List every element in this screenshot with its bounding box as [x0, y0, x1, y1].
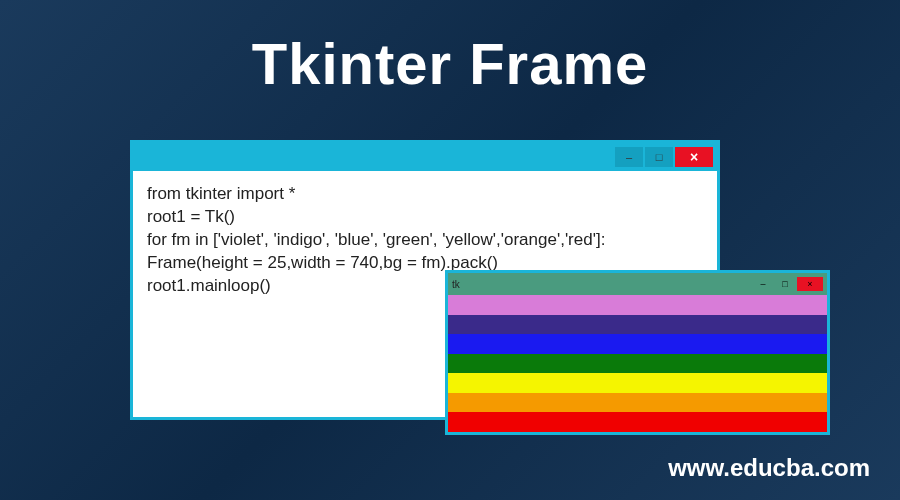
minimize-button[interactable]: – — [615, 147, 643, 167]
page-title: Tkinter Frame — [0, 30, 900, 97]
close-button[interactable]: × — [675, 147, 713, 167]
stripe-indigo — [448, 315, 827, 335]
rainbow-output-window: tk – □ × — [445, 270, 830, 435]
stripe-violet — [448, 295, 827, 315]
code-line: for fm in ['violet', 'indigo', 'blue', '… — [147, 229, 703, 252]
rainbow-stripes-container — [448, 295, 827, 432]
rainbow-window-controls: – □ × — [753, 277, 823, 291]
maximize-button[interactable]: □ — [775, 277, 795, 291]
stripe-green — [448, 354, 827, 374]
rainbow-titlebar: tk – □ × — [448, 273, 827, 295]
footer-url: www.educba.com — [668, 454, 870, 482]
stripe-blue — [448, 334, 827, 354]
stripe-red — [448, 412, 827, 432]
code-line: from tkinter import * — [147, 183, 703, 206]
tk-window-label: tk — [452, 279, 460, 290]
stripe-yellow — [448, 373, 827, 393]
code-titlebar: – □ × — [133, 143, 717, 171]
maximize-button[interactable]: □ — [645, 147, 673, 167]
minimize-button[interactable]: – — [753, 277, 773, 291]
stripe-orange — [448, 393, 827, 413]
code-line: root1 = Tk() — [147, 206, 703, 229]
close-button[interactable]: × — [797, 277, 823, 291]
